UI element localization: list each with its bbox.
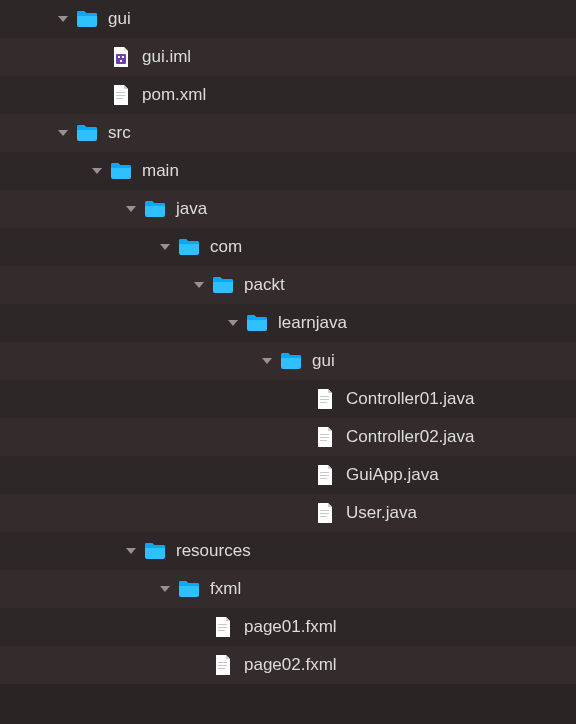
svg-rect-21 (218, 630, 225, 631)
file-icon (212, 616, 234, 638)
folder-learnjava[interactable]: learnjava (0, 304, 576, 342)
tree-item-label: com (210, 237, 242, 257)
chevron-down-icon[interactable] (158, 240, 172, 254)
svg-rect-9 (320, 402, 327, 403)
file-icon (314, 502, 336, 524)
svg-rect-24 (218, 668, 225, 669)
svg-rect-12 (320, 440, 327, 441)
file-icon (314, 426, 336, 448)
folder-icon (280, 350, 302, 372)
folder-icon (178, 236, 200, 258)
tree-item-label: GuiApp.java (346, 465, 439, 485)
tree-item-label: gui.iml (142, 47, 191, 67)
tree-item-label: gui (108, 9, 131, 29)
tree-item-label: User.java (346, 503, 417, 523)
svg-rect-19 (218, 624, 227, 625)
tree-item-label: page02.fxml (244, 655, 337, 675)
chevron-down-icon[interactable] (56, 12, 70, 26)
svg-rect-0 (116, 54, 126, 64)
chevron-placeholder (90, 88, 104, 102)
file-pom-xml[interactable]: pom.xml (0, 76, 576, 114)
svg-rect-5 (116, 95, 125, 96)
iml-file-icon (110, 46, 132, 68)
chevron-down-icon[interactable] (158, 582, 172, 596)
svg-rect-8 (320, 399, 329, 400)
chevron-down-icon[interactable] (226, 316, 240, 330)
chevron-down-icon[interactable] (124, 202, 138, 216)
tree-item-label: packt (244, 275, 285, 295)
file-page02-fxml[interactable]: page02.fxml (0, 646, 576, 684)
chevron-placeholder (294, 468, 308, 482)
chevron-placeholder (90, 50, 104, 64)
chevron-down-icon[interactable] (90, 164, 104, 178)
tree-item-label: src (108, 123, 131, 143)
folder-icon (144, 198, 166, 220)
folder-icon (178, 578, 200, 600)
tree-item-label: learnjava (278, 313, 347, 333)
file-user-java[interactable]: User.java (0, 494, 576, 532)
svg-rect-10 (320, 434, 329, 435)
file-icon (314, 388, 336, 410)
folder-icon (246, 312, 268, 334)
chevron-placeholder (192, 658, 206, 672)
svg-rect-15 (320, 478, 327, 479)
folder-resources[interactable]: resources (0, 532, 576, 570)
file-icon (212, 654, 234, 676)
svg-rect-1 (118, 56, 120, 58)
tree-item-label: resources (176, 541, 251, 561)
file-tree: guigui.imlpom.xmlsrcmainjavacompacktlear… (0, 0, 576, 684)
folder-gui-pkg[interactable]: gui (0, 342, 576, 380)
chevron-down-icon[interactable] (192, 278, 206, 292)
file-gui-iml[interactable]: gui.iml (0, 38, 576, 76)
tree-item-label: java (176, 199, 207, 219)
tree-item-label: Controller01.java (346, 389, 475, 409)
tree-item-label: fxml (210, 579, 241, 599)
folder-com[interactable]: com (0, 228, 576, 266)
chevron-down-icon[interactable] (56, 126, 70, 140)
folder-icon (76, 122, 98, 144)
svg-rect-14 (320, 475, 329, 476)
file-page01-fxml[interactable]: page01.fxml (0, 608, 576, 646)
file-icon (314, 464, 336, 486)
svg-rect-2 (122, 56, 124, 58)
svg-rect-17 (320, 513, 329, 514)
tree-item-label: Controller02.java (346, 427, 475, 447)
svg-rect-6 (116, 98, 123, 99)
svg-rect-7 (320, 396, 329, 397)
file-icon (110, 84, 132, 106)
folder-icon (212, 274, 234, 296)
svg-rect-16 (320, 510, 329, 511)
svg-rect-3 (120, 60, 122, 62)
tree-item-label: page01.fxml (244, 617, 337, 637)
chevron-placeholder (192, 620, 206, 634)
folder-src[interactable]: src (0, 114, 576, 152)
tree-item-label: main (142, 161, 179, 181)
file-controller01-java[interactable]: Controller01.java (0, 380, 576, 418)
svg-rect-18 (320, 516, 327, 517)
folder-java[interactable]: java (0, 190, 576, 228)
tree-item-label: pom.xml (142, 85, 206, 105)
folder-fxml[interactable]: fxml (0, 570, 576, 608)
file-controller02-java[interactable]: Controller02.java (0, 418, 576, 456)
svg-rect-11 (320, 437, 329, 438)
chevron-down-icon[interactable] (124, 544, 138, 558)
chevron-placeholder (294, 430, 308, 444)
tree-item-label: gui (312, 351, 335, 371)
folder-icon (76, 8, 98, 30)
svg-rect-22 (218, 662, 227, 663)
folder-icon (144, 540, 166, 562)
folder-packt[interactable]: packt (0, 266, 576, 304)
file-guiapp-java[interactable]: GuiApp.java (0, 456, 576, 494)
folder-main[interactable]: main (0, 152, 576, 190)
svg-rect-13 (320, 472, 329, 473)
chevron-down-icon[interactable] (260, 354, 274, 368)
svg-rect-23 (218, 665, 227, 666)
chevron-placeholder (294, 392, 308, 406)
svg-rect-4 (116, 92, 125, 93)
folder-gui[interactable]: gui (0, 0, 576, 38)
chevron-placeholder (294, 506, 308, 520)
svg-rect-20 (218, 627, 227, 628)
folder-icon (110, 160, 132, 182)
